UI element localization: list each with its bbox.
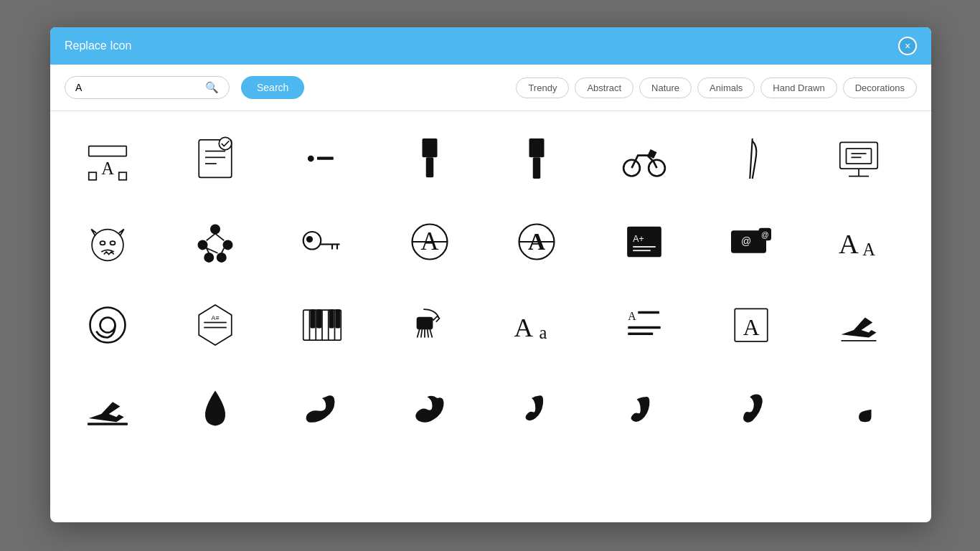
svg-rect-11 [422,138,437,157]
icon-presentation[interactable] [816,123,902,194]
icon-network-nodes[interactable] [172,206,258,278]
filter-nature[interactable]: Nature [639,77,692,98]
filter-tags: Trendy Abstract Nature Animals Hand Draw… [516,77,917,98]
svg-point-29 [204,253,213,262]
svg-text:a: a [540,323,547,342]
svg-line-75 [420,329,422,337]
icon-letter-script-4[interactable] [601,372,687,444]
svg-text:A: A [862,240,875,259]
filter-trendy[interactable]: Trendy [516,77,569,98]
icon-email-tag[interactable]: @ @ [708,206,794,278]
icon-paintbrush-1[interactable] [387,123,473,194]
svg-point-28 [223,240,232,249]
icon-text-layout[interactable]: A [601,289,687,361]
icon-letter-curved-1[interactable] [708,372,794,444]
svg-line-78 [430,329,433,337]
svg-rect-10 [317,156,334,159]
svg-point-23 [92,230,123,261]
icon-grid: A [65,123,917,444]
icon-task-list[interactable] [172,123,258,194]
svg-rect-69 [311,310,314,328]
filter-animals[interactable]: Animals [697,77,755,98]
icon-font-size[interactable]: A A [816,206,902,278]
svg-rect-12 [425,157,433,177]
modal-header: Replace Icon × [50,27,931,65]
svg-text:A: A [101,159,114,178]
filter-abstract[interactable]: Abstract [575,77,633,98]
svg-text:A+: A+ [633,234,644,244]
svg-rect-71 [330,310,334,328]
svg-line-32 [215,234,224,241]
svg-rect-47 [626,226,661,258]
icon-drop[interactable] [172,372,258,444]
svg-point-27 [198,240,207,249]
svg-rect-3 [119,172,127,180]
icon-shower[interactable] [387,289,473,361]
search-input[interactable] [75,82,199,93]
svg-text:A: A [839,229,859,259]
svg-point-24 [100,241,105,245]
icon-paintbrush-2[interactable] [494,123,580,194]
svg-text:A: A [514,313,534,342]
icon-letter-a-box[interactable]: A [708,289,794,361]
icon-at-sign[interactable] [65,289,151,361]
icon-dash[interactable] [279,123,365,194]
svg-point-8 [219,137,232,150]
svg-point-25 [110,241,116,245]
icon-letter-script-3[interactable] [494,372,580,444]
svg-point-9 [308,156,314,162]
svg-rect-73 [417,318,432,329]
icon-anarchy-1[interactable]: A [387,206,473,278]
svg-text:A≡: A≡ [211,314,219,321]
icon-devil-face[interactable] [65,206,151,278]
svg-line-77 [427,329,428,337]
icon-anarchy-2[interactable]: A [494,206,580,278]
svg-rect-13 [529,138,545,157]
filter-hand-drawn[interactable]: Hand Drawn [760,77,837,98]
svg-rect-70 [317,310,321,328]
icon-no-flight-2[interactable] [65,372,151,444]
close-button[interactable]: × [898,37,917,55]
svg-rect-82 [638,311,659,314]
svg-rect-2 [89,172,97,180]
icon-letter-script-1[interactable] [279,372,365,444]
icon-key[interactable] [279,206,365,278]
search-box: 🔍 [65,76,230,99]
modal-toolbar: 🔍 Search Trendy Abstract Nature Animals … [50,65,931,111]
svg-point-30 [217,253,225,262]
modal-title: Replace Icon [65,39,131,52]
svg-rect-14 [533,157,541,179]
svg-line-34 [221,248,224,253]
icon-letter-script-2[interactable] [387,372,473,444]
icon-no-flight[interactable] [816,289,902,361]
svg-rect-0 [89,146,127,156]
svg-point-26 [210,225,219,233]
icon-hexagon-text[interactable]: A≡ [172,289,258,361]
search-icon: 🔍 [205,81,219,94]
svg-rect-84 [628,333,653,336]
svg-rect-20 [846,149,871,164]
svg-point-40 [307,237,312,242]
svg-line-31 [206,234,215,241]
replace-icon-modal: Replace Icon × 🔍 Search Trendy Abstract … [50,27,931,522]
svg-text:@: @ [741,235,751,247]
filter-decorations[interactable]: Decorations [843,77,917,98]
svg-marker-59 [199,305,232,345]
svg-text:A: A [628,310,636,322]
icon-piano-keys[interactable] [279,289,365,361]
svg-rect-72 [336,310,339,328]
svg-line-74 [417,329,420,337]
svg-text:@: @ [761,230,769,239]
icon-grid-container[interactable]: A [50,111,931,522]
icon-grade-card[interactable]: A+ [601,206,687,278]
svg-rect-88 [88,423,128,425]
svg-rect-83 [628,326,661,329]
icon-typography-a[interactable]: A [65,123,151,194]
icon-motorcycle[interactable] [601,123,687,194]
icon-feather[interactable] [708,123,794,194]
icon-font-aa[interactable]: A a [494,289,580,361]
search-button[interactable]: Search [241,76,304,99]
svg-text:A: A [743,315,760,340]
icon-musical-note-1[interactable] [816,372,902,444]
svg-point-58 [100,318,116,333]
